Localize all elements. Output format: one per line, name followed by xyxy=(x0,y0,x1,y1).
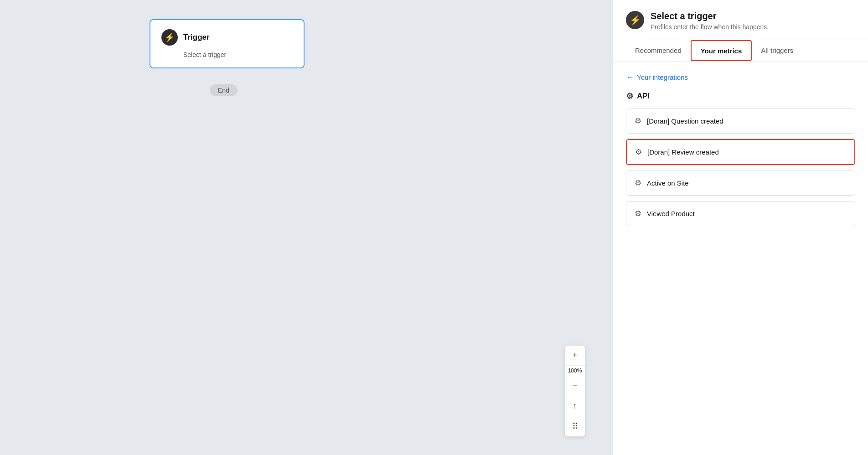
trigger-item-label-question: [Doran] Question created xyxy=(647,117,723,125)
panel-body: ← Your integrations ⚙ API ⚙ [Doran] Ques… xyxy=(613,62,868,455)
api-gear-icon: ⚙ xyxy=(626,91,633,101)
trigger-item-review-created[interactable]: ⚙ [Doran] Review created xyxy=(626,139,855,165)
trigger-item-label-viewed: Viewed Product xyxy=(647,210,695,217)
trigger-node-icon: ⚡ xyxy=(161,29,178,46)
zoom-controls: + 100% − ↑ ⠿ xyxy=(564,345,585,437)
trigger-item-active-on-site[interactable]: ⚙ Active on Site xyxy=(626,171,855,196)
trigger-item-label-active: Active on Site xyxy=(647,179,689,187)
trigger-item-icon-active: ⚙ xyxy=(635,178,641,188)
trigger-item-question-created[interactable]: ⚙ [Doran] Question created xyxy=(626,109,855,134)
back-link[interactable]: ← Your integrations xyxy=(626,72,855,82)
panel-title: Select a trigger xyxy=(651,11,769,21)
trigger-item-icon-question: ⚙ xyxy=(635,116,641,126)
trigger-item-label-review: [Doran] Review created xyxy=(647,148,719,156)
panel-tabs: Recommended Your metrics All triggers xyxy=(613,40,868,62)
tab-your-metrics[interactable]: Your metrics xyxy=(691,40,752,61)
flow-canvas: ⚡ Trigger Select a trigger End + 100% − … xyxy=(0,0,613,455)
end-node: End xyxy=(210,84,238,96)
zoom-grid-button[interactable]: ⠿ xyxy=(565,416,585,436)
panel-header: ⚡ Select a trigger Profiles enter the fl… xyxy=(613,0,868,40)
back-link-label: Your integrations xyxy=(637,73,688,81)
panel-header-text: Select a trigger Profiles enter the flow… xyxy=(651,11,769,31)
zoom-level-display: 100% xyxy=(565,366,585,376)
zoom-reset-button[interactable]: ↑ xyxy=(565,396,585,416)
zoom-out-button[interactable]: − xyxy=(565,376,585,396)
trigger-node[interactable]: ⚡ Trigger Select a trigger xyxy=(150,19,305,68)
panel-header-icon: ⚡ xyxy=(626,11,644,29)
trigger-node-title: Trigger xyxy=(183,33,210,42)
trigger-item-icon-review: ⚙ xyxy=(635,147,642,157)
back-arrow-icon: ← xyxy=(626,72,634,82)
tab-recommended[interactable]: Recommended xyxy=(626,40,691,62)
trigger-item-icon-viewed: ⚙ xyxy=(635,209,641,218)
tab-all-triggers[interactable]: All triggers xyxy=(752,40,802,62)
api-section-title: ⚙ API xyxy=(626,91,855,101)
zoom-in-button[interactable]: + xyxy=(565,346,585,366)
trigger-item-viewed-product[interactable]: ⚙ Viewed Product xyxy=(626,201,855,226)
api-section-label: API xyxy=(637,92,650,101)
trigger-node-subtitle: Select a trigger xyxy=(161,51,293,58)
panel-subtitle: Profiles enter the flow when this happen… xyxy=(651,23,769,31)
trigger-panel: ⚡ Select a trigger Profiles enter the fl… xyxy=(613,0,868,455)
